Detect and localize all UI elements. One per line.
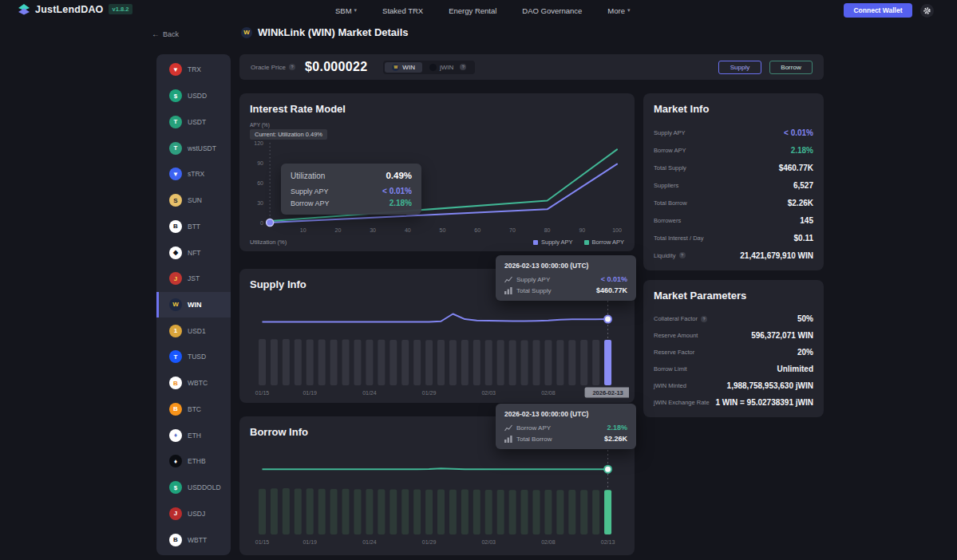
help-icon[interactable]: ? <box>679 252 686 258</box>
info-row-borrow-limit: Borrow LimitUnlimited <box>654 361 813 377</box>
tooltip-row-value: 2.18% <box>390 199 412 207</box>
gear-glyph-icon <box>923 6 931 15</box>
oracle-price-label: Oracle Price <box>251 64 286 71</box>
tooltip-row-supply-apy: Supply APY< 0.01% <box>291 187 412 195</box>
sidebar-item-usdt[interactable]: TUSDT <box>156 108 231 135</box>
page-title-text: WINkLink (WIN) Market Details <box>258 26 409 38</box>
token-label: sTRX <box>188 170 204 178</box>
tooltip-row-label: Supply APY <box>516 276 550 283</box>
settings-gear-icon[interactable] <box>920 4 934 18</box>
chevron-down-icon: ▾ <box>354 7 358 14</box>
info-row-label: jWIN Minted <box>654 382 686 389</box>
info-row-reserve-amount: Reserve Amount596,372,071 WIN <box>654 327 813 344</box>
legend-swatch-icon <box>584 240 589 245</box>
sidebar-item-usd1[interactable]: 1USD1 <box>156 317 231 344</box>
back-button[interactable]: ← Back <box>152 30 179 38</box>
sidebar-item-win[interactable]: WWIN <box>156 292 231 318</box>
justlend-logo[interactable]: JustLendDAO v1.8.2 <box>18 3 132 15</box>
svg-text:02/08: 02/08 <box>541 390 556 396</box>
token-label: WBTT <box>188 536 207 544</box>
nav-item-label: SBM <box>335 6 352 15</box>
toggle-label: jWIN <box>440 64 453 71</box>
sidebar-item-sun[interactable]: SSUN <box>156 187 231 214</box>
supply-button[interactable]: Supply <box>718 61 761 74</box>
svg-text:01/24: 01/24 <box>362 539 377 545</box>
borrow-button[interactable]: Borrow <box>769 61 813 74</box>
svg-text:30: 30 <box>257 200 263 206</box>
tooltip-row-utilization: Utilization0.49% <box>291 171 412 180</box>
nav-item-dao-governance[interactable]: DAO Governance <box>522 6 582 15</box>
toggle-jwin[interactable]: jWIN? <box>422 62 473 73</box>
info-row-borrow-apy: Borrow APY2.18% <box>654 141 813 159</box>
info-row-value: 21,421,679,910 WIN <box>740 251 813 260</box>
info-row-value: 20% <box>797 348 813 357</box>
sidebar-item-usdj[interactable]: JUSDJ <box>156 500 231 526</box>
sidebar-item-trx[interactable]: ▼TRX <box>156 57 231 83</box>
sidebar-item-nft[interactable]: ◆NFT <box>156 239 231 266</box>
sidebar-item-ethb[interactable]: ♦ETHB <box>156 448 231 475</box>
nav-item-staked-trx[interactable]: Staked TRX <box>382 6 423 15</box>
svg-text:02/08: 02/08 <box>541 539 556 545</box>
token-label: NFT <box>188 249 201 257</box>
info-row-value: $460.77K <box>779 164 813 172</box>
tooltip-row-value: $2.26K <box>604 435 627 443</box>
tooltip-row-label: Supply APY <box>291 187 329 195</box>
win-coin-icon: W <box>241 27 252 38</box>
version-badge: v1.8.2 <box>109 4 133 14</box>
help-icon[interactable]: ? <box>701 316 707 322</box>
oracle-price-help-icon[interactable]: ? <box>289 64 295 70</box>
tooltip-row-value: 2.18% <box>607 424 627 432</box>
info-row-label: Borrowers <box>654 217 681 224</box>
token-btc-icon: B <box>169 403 182 416</box>
sidebar-item-usddold[interactable]: $USDDOLD <box>156 475 231 501</box>
tooltip-row-value: < 0.01% <box>601 275 627 283</box>
tooltip-row-borrow-apy: Borrow APY2.18% <box>504 424 627 432</box>
sidebar-item-strx[interactable]: ▼sTRX <box>156 161 231 187</box>
token-label: BTC <box>188 405 201 413</box>
sidebar-item-wbtt[interactable]: BWBTT <box>156 526 231 553</box>
tooltip-row-label: Total Supply <box>516 287 552 294</box>
sidebar-item-tusd[interactable]: TTUSD <box>156 344 231 370</box>
page-title: W WINkLink (WIN) Market Details <box>241 26 409 38</box>
token-ethb-icon: ♦ <box>169 455 182 467</box>
connect-wallet-button[interactable]: Connect Wallet <box>844 3 912 18</box>
token-label: TUSD <box>188 353 206 361</box>
token-label: TRX <box>188 65 201 73</box>
svg-text:30: 30 <box>370 227 376 233</box>
token-strx-icon: ▼ <box>169 168 182 180</box>
supply-info-chart: 01/1501/1901/2401/2902/0302/082026-02-13 <box>246 291 629 399</box>
nav-item-more[interactable]: More▾ <box>607 6 630 15</box>
token-label: USDD <box>188 92 207 100</box>
line-chart-icon <box>504 276 512 283</box>
info-row-label: Total Borrow <box>654 199 687 207</box>
sidebar-item-wbtc[interactable]: BWBTC <box>156 370 231 396</box>
info-row-total-borrow: Total Borrow$2.26K <box>654 194 813 211</box>
token-win-icon: W <box>169 298 182 311</box>
info-row-value: 145 <box>800 216 813 225</box>
sidebar-item-btc[interactable]: BBTC <box>156 396 231 423</box>
justlend-logo-icon <box>18 3 30 15</box>
legend-item-supply-apy: Supply APY <box>533 239 573 246</box>
sidebar-item-wstusdt[interactable]: TwstUSDT <box>156 135 231 161</box>
info-row-value: 1 WIN = 95.02738391 jWIN <box>715 398 813 407</box>
sidebar-item-eth[interactable]: ♦ETH <box>156 422 231 448</box>
info-row-label: Liquidity? <box>654 252 686 259</box>
tooltip-datetime: 2026-02-13 00:00:00 (UTC) <box>504 262 627 270</box>
tooltip-row-value: $460.77K <box>596 286 627 294</box>
line-chart-icon <box>504 424 512 432</box>
tooltip-row-label: Total Borrow <box>516 436 552 443</box>
info-row-liquidity: Liquidity?21,421,679,910 WIN <box>654 246 813 264</box>
toggle-win[interactable]: WWIN <box>385 62 422 73</box>
info-row-label: Collateral Factor? <box>654 315 707 322</box>
sidebar-item-usdd[interactable]: $USDD <box>156 83 231 109</box>
info-row-total-interest-day: Total Interest / Day$0.11 <box>654 229 813 246</box>
nav-item-sbm[interactable]: SBM▾ <box>335 6 357 15</box>
nav-item-energy-rental[interactable]: Energy Rental <box>449 6 496 15</box>
chart-footer: Utilization (%) Supply APYBorrow APY <box>250 239 624 246</box>
sidebar-item-btt[interactable]: BBTT <box>156 213 231 239</box>
market-parameters-card: Market Parameters Collateral Factor?50%R… <box>643 280 824 417</box>
info-row-collateral-factor: Collateral Factor?50% <box>654 310 813 327</box>
info-row-label: jWIN Exchange Rate <box>654 399 710 406</box>
sidebar-item-jst[interactable]: JJST <box>156 266 231 292</box>
svg-text:60: 60 <box>257 180 263 186</box>
